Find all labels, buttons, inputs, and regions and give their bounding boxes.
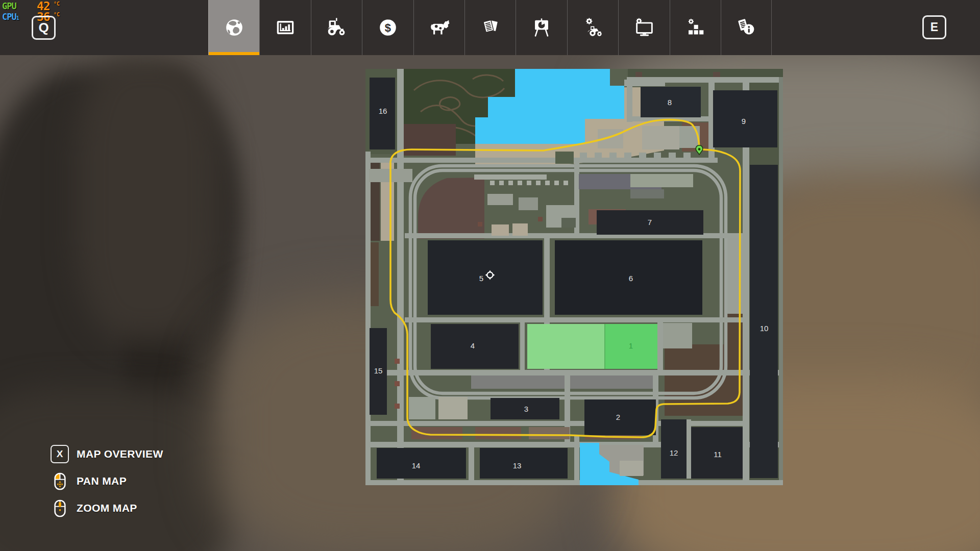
cpu-temp-unit: °C — [54, 12, 60, 17]
globe-map-icon — [223, 16, 246, 39]
mouse-zoom-icon — [54, 499, 66, 517]
tab-animals[interactable] — [413, 0, 464, 55]
field-number-15: 15 — [374, 366, 383, 375]
field-number-8: 8 — [668, 98, 672, 107]
menu-tabs — [208, 0, 772, 55]
monitor-settings-icon — [632, 16, 656, 39]
controls-legend: X MAP OVERVIEW PAN MAP ZOOM M — [51, 445, 163, 526]
key-hint-q: Q — [32, 16, 56, 40]
contracts-papers-icon — [479, 16, 502, 39]
tab-finances[interactable] — [362, 0, 413, 55]
key-hint-e: E — [922, 15, 946, 39]
legend-label-zoom-map: ZOOM MAP — [77, 502, 137, 514]
tab-garage[interactable] — [567, 0, 618, 55]
legend-zoom-map: ZOOM MAP — [51, 499, 163, 517]
field-number-11: 11 — [714, 450, 722, 459]
cow-animals-icon — [427, 16, 451, 39]
document-info-help-icon — [734, 16, 758, 39]
field-14[interactable] — [377, 448, 466, 479]
field-number-16: 16 — [379, 107, 387, 115]
gpu-temp-unit: °C — [54, 1, 60, 7]
tab-help[interactable] — [721, 0, 772, 55]
legend-label-map-overview: MAP OVERVIEW — [77, 448, 163, 460]
top-menu-bar: GPU 42 °C CPU1 36 °C Q E — [0, 0, 980, 55]
field-13[interactable] — [480, 448, 568, 479]
tab-general-settings[interactable] — [670, 0, 721, 55]
field-number-13: 13 — [513, 461, 522, 470]
tab-charts[interactable] — [259, 0, 310, 55]
dollar-finances-icon — [376, 16, 400, 39]
tractor-icon — [325, 16, 348, 39]
field-number-2: 2 — [616, 413, 620, 421]
mouse-pan-icon — [54, 472, 66, 490]
field-number-1: 1 — [629, 341, 633, 350]
field-number-7: 7 — [648, 218, 652, 227]
field-number-6: 6 — [629, 274, 633, 283]
field-5[interactable] — [428, 240, 543, 315]
active-tab-underline — [209, 52, 259, 55]
blocks-gear-mods-icon — [683, 16, 707, 39]
map-overview-panel[interactable]: 16897105615413212111413 — [365, 69, 783, 485]
field-number-9: 9 — [742, 117, 746, 126]
bar-chart-icon — [274, 16, 297, 39]
tab-contracts[interactable] — [464, 0, 516, 55]
field-10[interactable] — [750, 165, 778, 478]
cpu-label-sub: 1 — [16, 15, 19, 21]
bottom-pond-area — [580, 443, 644, 485]
legend-label-pan-map: PAN MAP — [77, 475, 127, 487]
gpu-label: GPU — [2, 1, 16, 11]
tab-game-settings[interactable] — [618, 0, 669, 55]
field-number-12: 12 — [670, 448, 678, 457]
field-number-14: 14 — [412, 461, 421, 470]
tab-vehicles[interactable] — [311, 0, 362, 55]
key-hint-x: X — [51, 445, 69, 463]
legend-pan-map: PAN MAP — [51, 472, 163, 490]
field-number-4: 4 — [471, 341, 475, 350]
tractor-gear-maintenance-icon — [581, 16, 604, 39]
field-number-10: 10 — [760, 324, 769, 333]
easel-statistics-icon — [530, 16, 553, 39]
field-grass — [527, 324, 605, 369]
tab-map[interactable] — [208, 0, 259, 55]
map-overview[interactable]: 16897105615413212111413 — [365, 69, 783, 485]
legend-map-overview: X MAP OVERVIEW — [51, 445, 163, 463]
tab-production[interactable] — [516, 0, 567, 55]
cpu-label: CPU — [2, 12, 16, 22]
field-number-5: 5 — [479, 274, 483, 283]
field-number-3: 3 — [524, 405, 528, 413]
